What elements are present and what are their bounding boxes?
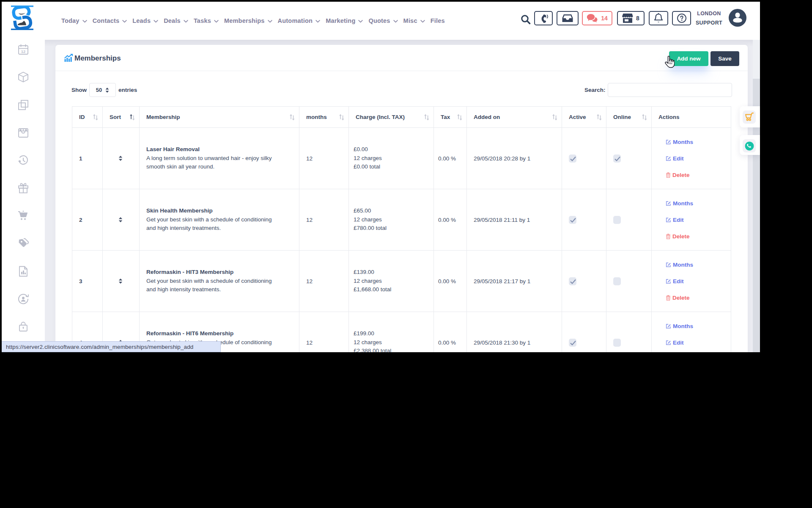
edit-icon	[666, 156, 671, 161]
edit-link-label: Edit	[673, 278, 684, 284]
edit-icon	[666, 201, 671, 206]
avatar[interactable]	[729, 9, 746, 28]
phone-button[interactable]	[534, 11, 553, 25]
search-input[interactable]	[608, 83, 732, 97]
checkmark-icon	[570, 156, 576, 162]
sidebar-item-history-icon[interactable]	[2, 155, 45, 166]
online-checkbox-checked[interactable]	[613, 155, 621, 163]
months-link-label: Months	[673, 139, 693, 145]
scrollbar-track[interactable]	[753, 40, 760, 352]
column-header-label: Sort	[110, 114, 121, 120]
membership-description: Get your best skin with a schedule of co…	[146, 277, 278, 294]
status-url-tooltip: https://server2.clinicsoftware.com/admin…	[2, 341, 221, 352]
edit-link-label: Edit	[673, 217, 684, 223]
chat-bubbles-icon	[587, 14, 598, 23]
membership-name: Reformaskin - HIT3 Membership	[146, 268, 296, 277]
sidebar-item-cart-icon[interactable]	[2, 210, 45, 221]
sidebar-item-shopping-bag-icon[interactable]	[2, 127, 45, 138]
delete-link[interactable]: Delete	[666, 295, 727, 301]
edit-link[interactable]: Edit	[666, 278, 727, 284]
membership-name: Reformaskin - HIT6 Membership	[146, 329, 296, 338]
sidebar-item-copy-icon[interactable]	[2, 99, 45, 110]
online-checkbox-unchecked[interactable]	[613, 277, 621, 285]
column-header-label: ID	[79, 114, 85, 120]
membership-name: Skin Health Membership	[146, 207, 296, 215]
add-new-button[interactable]: Add new	[669, 51, 708, 66]
charge-line: 12 charges	[354, 338, 430, 347]
column-header-active[interactable]: Active	[562, 107, 606, 128]
entries-select[interactable]: 50	[89, 83, 116, 97]
cell-actions: MonthsEditDelete	[652, 189, 731, 251]
cell-online	[606, 312, 652, 353]
scrollbar-thumb[interactable]	[753, 40, 760, 79]
months-link[interactable]: Months	[666, 262, 727, 268]
sidebar-item-lock-icon[interactable]	[2, 321, 45, 332]
column-header-online[interactable]: Online	[606, 107, 652, 128]
column-header-sort[interactable]: Sort	[103, 107, 140, 128]
online-checkbox-unchecked[interactable]	[613, 339, 621, 347]
months-link-label: Months	[673, 200, 693, 207]
months-link[interactable]: Months	[666, 323, 727, 329]
column-header-months[interactable]: months	[299, 107, 349, 128]
edit-link[interactable]: Edit	[666, 340, 727, 346]
column-header-label: Tax	[441, 114, 450, 120]
entries-label: entries	[118, 87, 137, 93]
account-line1: LONDON	[691, 11, 727, 17]
inbox-button[interactable]	[557, 11, 579, 25]
edit-link[interactable]: Edit	[666, 155, 727, 162]
sidebar-item-user-circle-icon[interactable]	[2, 293, 45, 304]
drag-sort-icon[interactable]	[118, 217, 123, 222]
months-link[interactable]: Months	[666, 200, 727, 207]
months-link[interactable]: Months	[666, 139, 727, 145]
drag-sort-icon[interactable]	[118, 156, 123, 161]
cell-charge: £199.0012 charges£2,388.00 total	[349, 312, 434, 353]
history-icon	[18, 155, 29, 166]
card-header: Memberships Add new Save	[55, 45, 748, 71]
updown-arrows-icon	[105, 88, 109, 93]
sidebar-item-calendar-12-icon[interactable]: 12	[2, 44, 45, 55]
edit-link-label: Edit	[673, 340, 684, 346]
active-checkbox-checked[interactable]	[569, 277, 576, 285]
phone-circle-icon	[745, 141, 754, 151]
browser-viewport: TodayContactsLeadsDealsTasksMembershipsA…	[2, 2, 760, 352]
sidebar-item-tags-icon[interactable]	[2, 238, 45, 249]
length-menu: Show 50 entries	[71, 83, 137, 97]
notifications-button[interactable]	[649, 11, 668, 25]
column-header-id[interactable]: ID	[72, 107, 103, 128]
cart-float-button[interactable]	[743, 110, 756, 124]
store-button[interactable]: 8	[617, 11, 645, 25]
active-checkbox-checked[interactable]	[569, 216, 576, 224]
column-header-tax[interactable]: Tax	[434, 107, 467, 128]
column-header-membership[interactable]: Membership	[140, 107, 299, 128]
drag-sort-icon[interactable]	[118, 279, 123, 284]
column-header-label: Active	[569, 114, 586, 120]
page-content: Memberships Add new Save Show 50 entries…	[45, 40, 760, 352]
cell-online	[606, 128, 652, 189]
column-header-charge-incl-tax-[interactable]: Charge (Incl. TAX)	[349, 107, 434, 128]
account-name[interactable]: LONDON SUPPORT	[691, 11, 727, 26]
active-checkbox-checked[interactable]	[569, 339, 576, 347]
online-checkbox-unchecked[interactable]	[613, 216, 621, 224]
delete-link[interactable]: Delete	[666, 233, 727, 240]
membership-description: A long term solution to unwanted hair - …	[146, 154, 278, 171]
cell-active	[562, 189, 606, 251]
save-button[interactable]: Save	[710, 51, 739, 66]
store-count-badge: 8	[636, 15, 639, 22]
delete-link[interactable]: Delete	[666, 172, 727, 178]
column-header-added-on[interactable]: Added on	[467, 107, 562, 128]
sidebar-item-package-icon[interactable]	[2, 72, 45, 83]
chat-button[interactable]: 14	[582, 11, 612, 25]
sidebar-item-report-icon[interactable]	[2, 266, 45, 277]
cart-float-card	[740, 106, 760, 127]
edit-link[interactable]: Edit	[666, 217, 727, 223]
active-checkbox-checked[interactable]	[569, 155, 576, 163]
sort-arrows-icon	[596, 114, 602, 121]
search-icon[interactable]	[520, 14, 531, 27]
cell-active	[562, 128, 606, 189]
phone-float-button[interactable]	[743, 139, 756, 152]
mouse-cursor	[664, 56, 675, 71]
help-button[interactable]	[672, 11, 691, 25]
sort-arrows-icon	[93, 114, 99, 121]
sidebar-item-gift-icon[interactable]	[2, 182, 45, 193]
shopping-cart-icon	[745, 113, 754, 121]
